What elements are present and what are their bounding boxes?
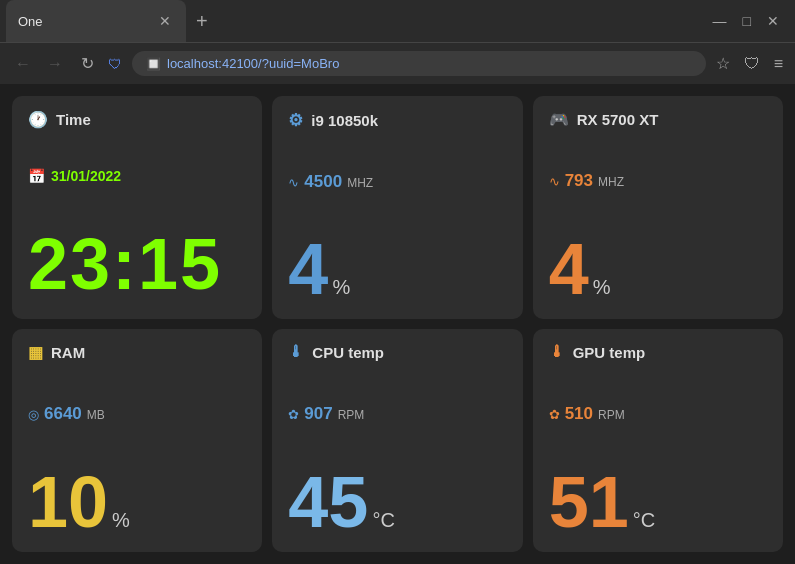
ram-mb-unit: MB (87, 408, 105, 422)
cpu-usage: 4 % (288, 233, 506, 305)
url-suffix: MoBro (301, 56, 339, 71)
ram-card: ▦ RAM ◎ 6640 MB 10 % (12, 329, 262, 552)
gpu-freq-icon: ∿ (549, 174, 560, 189)
bookmark-icon[interactable]: ☆ (716, 54, 730, 73)
forward-button[interactable]: → (44, 55, 66, 73)
minimize-button[interactable]: — (713, 13, 727, 29)
cpu-usage-unit: % (332, 277, 350, 297)
title-bar-left: One ✕ + (0, 0, 218, 42)
cpu-card-header: ⚙ i9 10850k (288, 110, 506, 131)
cpu-freq-value: 4500 (304, 172, 342, 192)
ram-card-title: RAM (51, 344, 85, 361)
gpu-card-title: RX 5700 XT (577, 111, 659, 128)
gpu-temp-num: 51 (549, 466, 629, 538)
window-controls: — □ ✕ (713, 13, 795, 29)
url-bar[interactable]: 🔲 localhost:42100/?uuid=MoBro (132, 51, 706, 76)
new-tab-button[interactable]: + (186, 10, 218, 33)
maximize-button[interactable]: □ (743, 13, 751, 29)
back-button[interactable]: ← (12, 55, 34, 73)
date-value: 31/01/2022 (51, 168, 121, 184)
time-card-title: Time (56, 111, 91, 128)
cpu-fan-speed: ✿ 907 RPM (288, 404, 506, 424)
gpu-freq-unit: MHZ (598, 175, 624, 189)
cpu-icon: ⚙ (288, 110, 303, 131)
time-card-header: 🕐 Time (28, 110, 246, 129)
time-value: 23:15 (28, 223, 246, 305)
gpu-fan-unit: RPM (598, 408, 625, 422)
cpu-fan-unit: RPM (338, 408, 365, 422)
cpu-card: ⚙ i9 10850k ∿ 4500 MHZ 4 % (272, 96, 522, 319)
ram-pct-value: 10 (28, 466, 108, 538)
ram-pct-unit: % (112, 510, 130, 530)
gpu-usage: 4 % (549, 233, 767, 305)
ram-card-header: ▦ RAM (28, 343, 246, 362)
cpu-fan-icon: ✿ (288, 407, 299, 422)
cpu-fan-value: 907 (304, 404, 332, 424)
close-button[interactable]: ✕ (767, 13, 779, 29)
cpu-temp-card: 🌡 CPU temp ✿ 907 RPM 45 °C (272, 329, 522, 552)
gpu-freq-value: 793 (565, 171, 593, 191)
ram-mb-value: 6640 (44, 404, 82, 424)
address-bar-actions: ☆ 🛡 ≡ (716, 54, 783, 73)
cpu-temp-unit: °C (372, 510, 394, 530)
cpu-temp-value: 45 °C (288, 466, 506, 538)
shield-icon: 🛡 (108, 56, 122, 72)
address-bar: ← → ↻ 🛡 🔲 localhost:42100/?uuid=MoBro ☆ … (0, 42, 795, 84)
refresh-button[interactable]: ↻ (76, 54, 98, 73)
cpu-freq-icon: ∿ (288, 175, 299, 190)
browser-tab[interactable]: One ✕ (6, 0, 186, 42)
title-bar: One ✕ + — □ ✕ (0, 0, 795, 42)
cpu-freq-unit: MHZ (347, 176, 373, 190)
tab-title: One (18, 14, 148, 29)
cpu-usage-value: 4 (288, 233, 328, 305)
cpu-card-title: i9 10850k (311, 112, 378, 129)
menu-icon[interactable]: ≡ (774, 55, 783, 73)
gpu-usage-unit: % (593, 277, 611, 297)
cpu-temp-num: 45 (288, 466, 368, 538)
main-content: 🕐 Time 📅 31/01/2022 23:15 ⚙ i9 10850k ∿ … (0, 84, 795, 564)
time-card: 🕐 Time 📅 31/01/2022 23:15 (12, 96, 262, 319)
time-date: 📅 31/01/2022 (28, 168, 246, 184)
tab-close-button[interactable]: ✕ (156, 12, 174, 30)
clock-icon: 🕐 (28, 110, 48, 129)
cpu-temp-card-header: 🌡 CPU temp (288, 343, 506, 361)
url-prefix: localhost:42100/?uuid= (167, 56, 301, 71)
page-icon: 🔲 (146, 57, 161, 71)
extensions-icon: 🛡 (744, 55, 760, 73)
gpu-usage-value: 4 (549, 233, 589, 305)
gpu-fan-icon: ✿ (549, 407, 560, 422)
gpu-fan-value: 510 (565, 404, 593, 424)
ram-usage-mb: ◎ 6640 MB (28, 404, 246, 424)
cpu-frequency: ∿ 4500 MHZ (288, 172, 506, 192)
gpu-temp-value: 51 °C (549, 466, 767, 538)
url-text: localhost:42100/?uuid=MoBro (167, 56, 339, 71)
cpu-temp-icon: 🌡 (288, 343, 304, 361)
gpu-temp-card-title: GPU temp (573, 344, 646, 361)
gpu-temp-icon: 🌡 (549, 343, 565, 361)
gpu-card-header: 🎮 RX 5700 XT (549, 110, 767, 129)
gpu-fan-speed: ✿ 510 RPM (549, 404, 767, 424)
calendar-icon: 📅 (28, 168, 45, 184)
gpu-card: 🎮 RX 5700 XT ∿ 793 MHZ 4 % (533, 96, 783, 319)
gpu-temp-unit: °C (633, 510, 655, 530)
gpu-temp-card-header: 🌡 GPU temp (549, 343, 767, 361)
gpu-temp-card: 🌡 GPU temp ✿ 510 RPM 51 °C (533, 329, 783, 552)
ram-icon: ▦ (28, 343, 43, 362)
ram-usage-pct: 10 % (28, 466, 246, 538)
gpu-frequency: ∿ 793 MHZ (549, 171, 767, 191)
cpu-temp-card-title: CPU temp (312, 344, 384, 361)
ram-sub-icon: ◎ (28, 407, 39, 422)
gpu-icon: 🎮 (549, 110, 569, 129)
